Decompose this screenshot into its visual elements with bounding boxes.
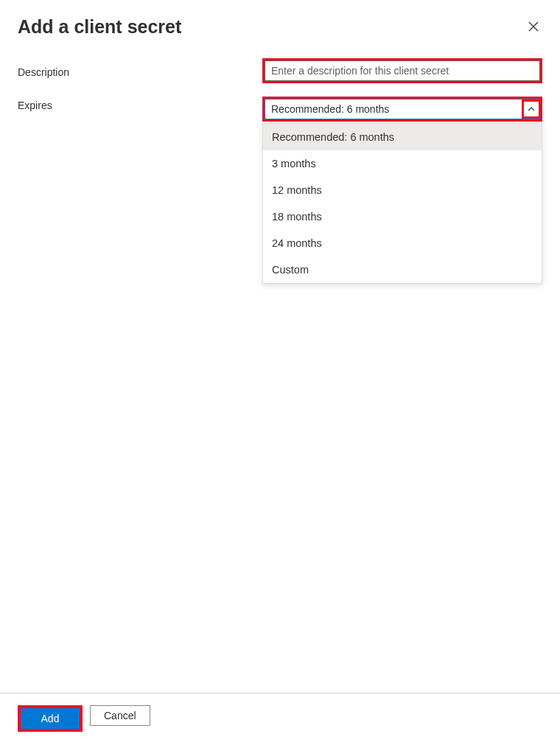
description-field-wrap xyxy=(262,58,542,83)
add-button-highlight: Add xyxy=(18,705,83,732)
form-body: Description Expires Recommended: 6 month… xyxy=(0,38,560,693)
expires-option-3-months[interactable]: 3 months xyxy=(263,150,542,177)
panel-footer: Add Cancel xyxy=(0,693,560,748)
expires-option-12-months[interactable]: 12 months xyxy=(263,177,542,203)
close-button[interactable] xyxy=(523,16,544,37)
description-row: Description xyxy=(18,58,542,83)
cancel-button[interactable]: Cancel xyxy=(90,705,150,726)
expires-option-24-months[interactable]: 24 months xyxy=(263,230,542,256)
expires-dropdown: Recommended: 6 months 3 months 12 months… xyxy=(262,123,542,284)
panel-title: Add a client secret xyxy=(18,16,181,38)
description-label: Description xyxy=(18,63,262,78)
panel-header: Add a client secret xyxy=(0,0,560,38)
add-button[interactable]: Add xyxy=(21,708,80,729)
expires-chevron-highlight xyxy=(522,99,541,119)
expires-option-recommended-6-months[interactable]: Recommended: 6 months xyxy=(263,124,542,150)
close-icon xyxy=(528,21,539,32)
chevron-up-icon xyxy=(527,105,536,113)
description-highlight xyxy=(262,58,542,83)
expires-select[interactable]: Recommended: 6 months xyxy=(265,99,540,119)
expires-row: Expires Recommended: 6 months Recommende… xyxy=(18,97,542,122)
expires-field-wrap: Recommended: 6 months Recommended: 6 mon… xyxy=(262,97,542,122)
expires-option-custom[interactable]: Custom xyxy=(263,256,542,283)
expires-selected-value: Recommended: 6 months xyxy=(265,103,522,115)
expires-highlight: Recommended: 6 months xyxy=(262,97,542,122)
expires-option-18-months[interactable]: 18 months xyxy=(263,203,542,230)
description-input[interactable] xyxy=(265,60,540,81)
expires-label: Expires xyxy=(18,97,262,111)
add-client-secret-panel: Add a client secret Description Expires xyxy=(0,0,560,748)
